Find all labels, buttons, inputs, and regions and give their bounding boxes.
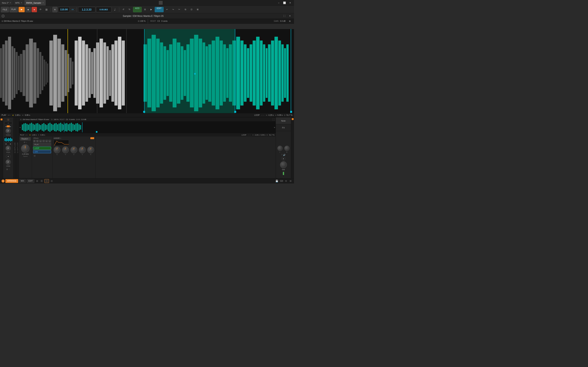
play-indicator[interactable]: PLAY: [1, 114, 6, 116]
env-r-knob[interactable]: [87, 146, 94, 153]
expand-button[interactable]: ⛶: [282, 13, 287, 19]
off-arr-5[interactable]: ▷: [45, 140, 48, 142]
bars-icon[interactable]: ⊟: [50, 179, 54, 183]
gain-value[interactable]: 0.0 dB: [280, 20, 285, 22]
paste2-icon[interactable]: ⊠: [195, 7, 200, 12]
maximize-button[interactable]: ⬜: [282, 0, 287, 6]
arrange-button[interactable]: ARRANGE: [5, 179, 18, 183]
off-arr-6[interactable]: △: [48, 140, 51, 142]
env-h-knob[interactable]: [62, 146, 69, 153]
len-mode-btn[interactable]: LEN: [33, 150, 51, 153]
play-label-button[interactable]: PLAY: [9, 7, 18, 12]
minimize-button[interactable]: ○: [276, 0, 282, 6]
loop-end-handle[interactable]: [234, 111, 236, 113]
arrow-right[interactable]: ▸: [10, 125, 11, 127]
mix-button[interactable]: MIX: [19, 179, 26, 183]
midi-button[interactable]: ⊞: [44, 7, 49, 12]
music-icon[interactable]: ♪: [26, 141, 27, 144]
grid-icon[interactable]: ⊞: [33, 154, 36, 157]
question-icon[interactable]: ?: [281, 154, 283, 156]
play-button[interactable]: ▶: [18, 7, 25, 12]
record-button[interactable]: ●: [32, 7, 37, 12]
close-button[interactable]: ✕: [287, 0, 293, 6]
env-s-knob[interactable]: [79, 146, 86, 153]
select-knob[interactable]: [6, 128, 11, 133]
env-a-knob[interactable]: [54, 146, 61, 153]
waveform-left-arrow[interactable]: ◂: [19, 126, 20, 129]
glide-knob[interactable]: [6, 159, 11, 165]
settings-icon[interactable]: ⊞: [287, 18, 293, 24]
repitch-dropdown[interactable]: Repitch ▾: [20, 137, 31, 141]
arrow-right-2[interactable]: ▸: [10, 143, 11, 145]
tune-value[interactable]: 0 cents: [161, 20, 167, 22]
close-sampler-button[interactable]: ✕: [287, 13, 293, 19]
footer-edit-button[interactable]: EDIT: [26, 179, 35, 183]
tap-button[interactable]: ⊞: [52, 7, 57, 12]
out-knob[interactable]: [280, 161, 287, 168]
columns-icon[interactable]: ⊞: [289, 179, 293, 183]
detail-expand[interactable]: ⛶: [273, 118, 275, 121]
metronome-icon[interactable]: ♩: [112, 7, 118, 12]
dots-icon[interactable]: ⋮: [9, 168, 10, 170]
fwd-icon[interactable]: ↪: [171, 7, 176, 12]
pitch-knob[interactable]: [6, 146, 11, 151]
scissors-icon[interactable]: ✂: [177, 7, 182, 12]
grid-small-icon[interactable]: ⊞: [6, 168, 8, 170]
tab-bws4[interactable]: BWS4_Sampler ✕: [24, 0, 46, 6]
tab-bws4-close[interactable]: ✕: [42, 2, 44, 4]
draw-button[interactable]: □: [44, 179, 49, 183]
off-arr-1[interactable]: ↺: [33, 140, 36, 142]
detail-play-btn[interactable]: PLAY: [20, 134, 24, 136]
tab-mpe-close[interactable]: ✕: [21, 2, 22, 4]
mid-handle[interactable]: [194, 73, 196, 75]
root-value[interactable]: C3: [157, 20, 160, 22]
bpm-display[interactable]: 110.00: [58, 7, 70, 12]
edit-button[interactable]: EDIT: [155, 7, 164, 12]
add-routing-button[interactable]: +: [282, 157, 285, 161]
off-arr-4[interactable]: ▽: [42, 140, 45, 142]
waveform-right-arrow[interactable]: ▸: [274, 126, 275, 129]
tab-new2-close[interactable]: ✕: [9, 2, 11, 4]
redo-button[interactable]: ↻: [127, 7, 132, 12]
nodes-icon[interactable]: ⊞: [35, 179, 39, 183]
l-knob[interactable]: [277, 146, 283, 151]
tab-new2[interactable]: New 2* ✕: [0, 0, 13, 6]
copy-icon[interactable]: ⧉: [183, 7, 188, 12]
add-inst-button[interactable]: +: [6, 154, 10, 159]
arrow-left-2[interactable]: ◂: [5, 143, 6, 145]
keyboard-icon[interactable]: ⌨: [279, 179, 283, 183]
settings-icon[interactable]: ⚙: [284, 179, 288, 183]
chain-icon[interactable]: ⛓: [40, 179, 44, 183]
detail-loop-handle[interactable]: [96, 131, 97, 133]
paste-icon[interactable]: ⊡: [189, 7, 194, 12]
off-arr-3[interactable]: △: [39, 140, 42, 142]
play-mode-btn[interactable]: PLAY: [33, 143, 51, 146]
time-display[interactable]: 0:00.863: [96, 7, 111, 12]
arrow-left[interactable]: ◂: [5, 125, 6, 127]
play2-icon[interactable]: ▶: [148, 7, 154, 12]
time-sig-display[interactable]: 4/4: [70, 8, 75, 11]
fx-button[interactable]: FX: [276, 124, 291, 131]
file-button[interactable]: FILE: [1, 7, 9, 12]
speed-knob[interactable]: [21, 144, 29, 153]
off-arr-2[interactable]: ↻: [36, 140, 39, 142]
tab-mpe[interactable]: MPE ✕: [13, 0, 24, 6]
zoom-control[interactable]: ⊟ 100 %: [138, 20, 146, 22]
speaker-icon[interactable]: 🔊: [283, 154, 285, 156]
save-icon[interactable]: 💾: [275, 179, 279, 183]
snowflake-icon[interactable]: ❄: [24, 141, 26, 144]
power-button[interactable]: ⏻: [1, 15, 5, 17]
inst-power[interactable]: ●: [7, 118, 9, 121]
stop-button[interactable]: ■: [26, 7, 31, 12]
loop-mode-btn[interactable]: LOOP: [33, 147, 51, 150]
undo-button[interactable]: ↺: [121, 7, 126, 12]
loop-start-handle[interactable]: [143, 111, 145, 113]
right-handle[interactable]: [290, 111, 292, 113]
note-button[interactable]: Note: [276, 117, 291, 124]
mixer-icon[interactable]: ⊟: [142, 7, 148, 12]
back-icon[interactable]: ↩: [164, 7, 170, 12]
position-display[interactable]: 1.2.3.33: [78, 7, 95, 12]
env-d-knob[interactable]: [70, 146, 77, 153]
add-button[interactable]: ADD: [133, 7, 142, 12]
loop-button[interactable]: ⟳: [38, 7, 43, 12]
